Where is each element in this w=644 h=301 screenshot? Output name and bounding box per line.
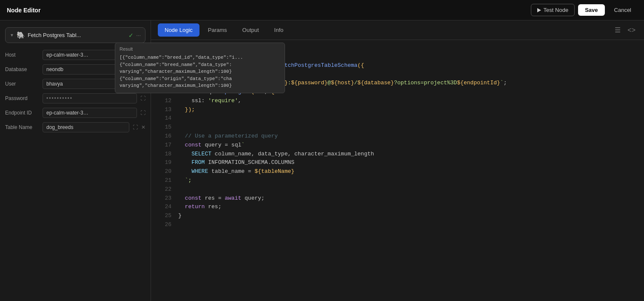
node-header: ▼ 🐘 Fetch Postgres Tabl... ✓ ···: [5, 27, 145, 43]
tab-output[interactable]: Output: [236, 23, 266, 37]
field-row-table-name: Table Name dog_breeds ⛶ ✕: [5, 122, 145, 132]
result-tooltip-header: Result: [120, 46, 280, 52]
tabs-left: Node Logic Params Output Info: [158, 23, 290, 37]
field-value-table-name[interactable]: dog_breeds: [43, 122, 129, 132]
field-label-database: Database: [5, 66, 39, 72]
expand-icon-table-name[interactable]: ⛶: [133, 124, 138, 130]
code-line-16: 16 // Use a parameterized query: [151, 132, 644, 141]
code-line-12: 12 ssl: 'require',: [151, 97, 644, 106]
view-toggle-code-icon[interactable]: <>: [626, 25, 637, 36]
expand-icon-password[interactable]: ⛶: [140, 95, 145, 101]
tab-params[interactable]: Params: [201, 23, 234, 37]
code-line-21: 21 `;: [151, 176, 644, 185]
app-title: Node Editor: [7, 7, 40, 14]
node-title: Fetch Postgres Tabl...: [28, 32, 126, 38]
code-line-18: 18 SELECT column_name, data_type, charac…: [151, 150, 644, 159]
code-line-13: 13 });: [151, 106, 644, 115]
cancel-button[interactable]: Cancel: [608, 4, 637, 16]
header: Node Editor Test Node Save Cancel: [0, 0, 644, 20]
tabs-right: ☰ <>: [613, 24, 637, 36]
tab-node-logic[interactable]: Node Logic: [158, 23, 199, 37]
code-line-17: 17 const query = sql`: [151, 141, 644, 150]
clear-icon-table-name[interactable]: ✕: [141, 124, 145, 130]
header-actions: Test Node Save Cancel: [531, 4, 637, 16]
tabs-bar: Node Logic Params Output Info ☰ <>: [151, 20, 644, 40]
field-label-password: Password: [5, 95, 39, 101]
field-row-password: Password •••••••••• ⛶: [5, 93, 145, 103]
result-tooltip: Result [{"column_name":"breed_id","data_…: [115, 43, 285, 93]
tab-info[interactable]: Info: [268, 23, 291, 37]
field-row-endpoint-id: Endpoint ID ep-calm-water-3… ⛶: [5, 108, 145, 118]
main-layout: ▼ 🐘 Fetch Postgres Tabl... ✓ ··· Host ep…: [0, 20, 644, 301]
code-line-24: 24 return res;: [151, 203, 644, 212]
field-value-endpoint-id[interactable]: ep-calm-water-3…: [43, 108, 137, 118]
code-line-26: 26: [151, 221, 644, 229]
save-button[interactable]: Save: [578, 4, 604, 16]
code-line-15: 15: [151, 123, 644, 132]
field-label-table-name: Table Name: [5, 124, 39, 130]
code-line-23: 23 const res = await query;: [151, 194, 644, 203]
field-label-endpoint-id: Endpoint ID: [5, 110, 39, 116]
field-value-password[interactable]: ••••••••••: [43, 93, 137, 103]
code-line-19: 19 FROM INFORMATION_SCHEMA.COLUMNS: [151, 158, 644, 167]
database-icon: 🐘: [17, 31, 25, 39]
play-icon: [537, 8, 541, 12]
field-label-host: Host: [5, 52, 39, 58]
expand-icon-endpoint-id[interactable]: ⛶: [140, 110, 145, 116]
collapse-icon[interactable]: ▼: [10, 33, 14, 37]
test-node-button[interactable]: Test Node: [531, 4, 575, 16]
result-tooltip-content: [{"column_name":"breed_id","data_type":"…: [120, 54, 280, 89]
more-options-icon[interactable]: ···: [136, 32, 141, 38]
code-line-25: 25 }: [151, 212, 644, 221]
code-line-22: 22: [151, 185, 644, 194]
field-label-user: User: [5, 81, 39, 87]
view-toggle-lines-icon[interactable]: ☰: [613, 24, 622, 36]
status-check-icon: ✓: [128, 32, 134, 39]
code-line-20: 20 WHERE table_name = ${tableName}: [151, 167, 644, 176]
code-line-14: 14: [151, 114, 644, 123]
